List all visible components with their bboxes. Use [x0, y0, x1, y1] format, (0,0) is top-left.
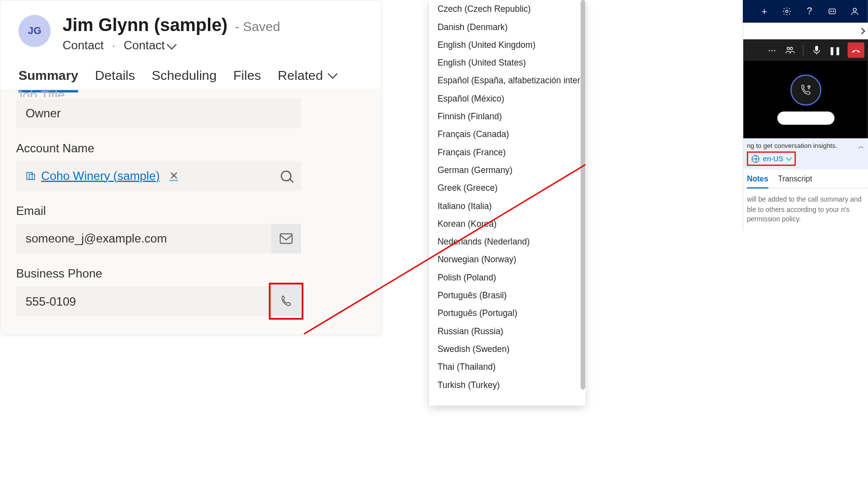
active-call-box: ··· ❚❚ ?	[743, 39, 868, 139]
tab-notes[interactable]: Notes	[747, 174, 768, 188]
language-option[interactable]: Czech (Czech Republic)	[429, 0, 585, 18]
assistant-button[interactable]	[827, 6, 836, 16]
record-tabs: Summary Details Scheduling Files Related	[0, 57, 381, 92]
avatar: JG	[19, 15, 51, 47]
job-title-field[interactable]: Owner	[16, 99, 301, 128]
svg-rect-2	[280, 234, 292, 243]
notes-hint-text: will be added to the call summary and bl…	[743, 188, 868, 230]
language-option[interactable]: Korean (Korea)	[429, 215, 585, 233]
hold-button[interactable]: ❚❚	[830, 45, 839, 55]
business-phone-label: Business Phone	[16, 267, 366, 280]
account-button[interactable]	[850, 6, 859, 16]
language-option[interactable]: Norwegian (Norway)	[429, 250, 585, 268]
language-selector[interactable]: en-US	[747, 151, 796, 166]
more-options-button[interactable]: ···	[767, 45, 776, 55]
people-icon	[785, 46, 795, 54]
language-option[interactable]: Italiano (Italia)	[429, 197, 585, 214]
call-annotation-box	[269, 283, 303, 320]
contact-card: JG Jim Glynn (sample) - Saved Contact · …	[0, 0, 381, 335]
language-option[interactable]: Français (Canada)	[429, 125, 585, 143]
toolbar-separator	[803, 45, 803, 56]
chevron-down-icon	[786, 154, 792, 160]
app-header-right: ＋ ?	[743, 0, 868, 23]
form-selector[interactable]: Contact	[124, 39, 175, 53]
language-option[interactable]: Polish (Poland)	[429, 269, 585, 286]
language-option[interactable]: Português (Portugal)	[429, 304, 585, 322]
svg-point-7	[833, 11, 834, 12]
email-label: Email	[16, 204, 366, 218]
entity-type-label: Contact	[63, 39, 103, 53]
language-option[interactable]: Russian (Russia)	[429, 322, 585, 340]
email-field[interactable]: someone_j@example.com	[16, 224, 301, 254]
job-title-label-cut: Job Title	[16, 88, 366, 97]
person-icon	[850, 6, 859, 16]
language-option[interactable]: Português (Brasil)	[429, 286, 585, 304]
call-panel: ··· ❚❚ ?	[743, 23, 868, 230]
language-option[interactable]: Danish (Denmark)	[429, 18, 585, 35]
hangup-button[interactable]	[848, 42, 865, 58]
svg-point-8	[853, 8, 856, 11]
svg-rect-5	[829, 9, 835, 14]
language-option[interactable]: Español (México)	[429, 90, 585, 107]
saved-indicator: - Saved	[235, 19, 280, 34]
insights-bar: ng to get conversation insights. ︽ en-US	[743, 139, 868, 170]
contact-name: Jim Glynn (sample)	[63, 15, 228, 35]
participants-button[interactable]	[785, 45, 795, 55]
insights-text: ng to get conversation insights.	[747, 142, 837, 149]
phone-question-icon: ?	[799, 83, 812, 97]
svg-text:?: ?	[807, 84, 810, 90]
search-icon[interactable]	[281, 171, 292, 181]
caller-avatar: ?	[790, 74, 821, 105]
chevron-down-icon	[167, 39, 177, 50]
separator-dot: ·	[112, 39, 115, 53]
language-option[interactable]: Thai (Thailand)	[429, 358, 585, 376]
caller-name-redacted	[777, 111, 834, 125]
settings-button[interactable]	[782, 6, 792, 16]
scrollbar[interactable]	[581, 0, 586, 389]
mail-icon	[279, 233, 293, 244]
language-option[interactable]: Turkish (Turkey)	[429, 376, 585, 393]
language-option[interactable]: Swedish (Sweden)	[429, 340, 585, 358]
remove-lookup-icon[interactable]: ✕	[169, 170, 178, 183]
svg-point-9	[787, 47, 790, 50]
account-lookup-chip[interactable]: Coho Winery (sample) ✕	[26, 169, 178, 183]
svg-point-10	[790, 47, 793, 50]
svg-rect-11	[815, 46, 818, 51]
collapse-icon[interactable]: ︽	[858, 142, 864, 150]
mute-button[interactable]	[812, 45, 821, 55]
business-phone-field[interactable]: 555-0109	[16, 286, 301, 316]
globe-icon	[752, 155, 760, 163]
chevron-right-icon[interactable]	[859, 28, 866, 35]
language-option[interactable]: Nederlands (Nederland)	[429, 233, 585, 250]
call-button[interactable]	[271, 286, 301, 316]
call-panel-tabs: Notes Transcript	[743, 170, 868, 189]
chevron-down-icon	[328, 69, 338, 79]
hangup-icon	[851, 45, 861, 55]
language-option[interactable]: Français (France)	[429, 143, 585, 161]
svg-point-6	[831, 11, 832, 12]
language-option[interactable]: English (United States)	[429, 54, 585, 71]
account-name-label: Account Name	[16, 141, 366, 155]
language-option[interactable]: Greek (Greece)	[429, 179, 585, 197]
account-icon	[26, 171, 35, 180]
svg-point-4	[786, 10, 788, 13]
phone-icon	[279, 295, 293, 308]
language-option[interactable]: German (Germany)	[429, 161, 585, 179]
language-option[interactable]: Español (España, alfabetización internac…	[429, 71, 585, 89]
panel-header	[743, 23, 868, 39]
assistant-icon	[827, 6, 836, 16]
help-button[interactable]: ?	[805, 6, 814, 16]
mic-icon	[813, 45, 820, 55]
tab-transcript[interactable]: Transcript	[778, 174, 812, 188]
add-button[interactable]: ＋	[760, 6, 769, 16]
language-option[interactable]: Finnish (Finland)	[429, 107, 585, 125]
language-dropdown[interactable]: Czech (Czech Republic)Danish (Denmark)En…	[429, 0, 585, 406]
gear-icon	[782, 6, 792, 16]
send-email-button[interactable]	[271, 224, 301, 254]
account-name-field[interactable]: Coho Winery (sample) ✕	[16, 161, 301, 191]
language-option[interactable]: English (United Kingdom)	[429, 36, 585, 54]
